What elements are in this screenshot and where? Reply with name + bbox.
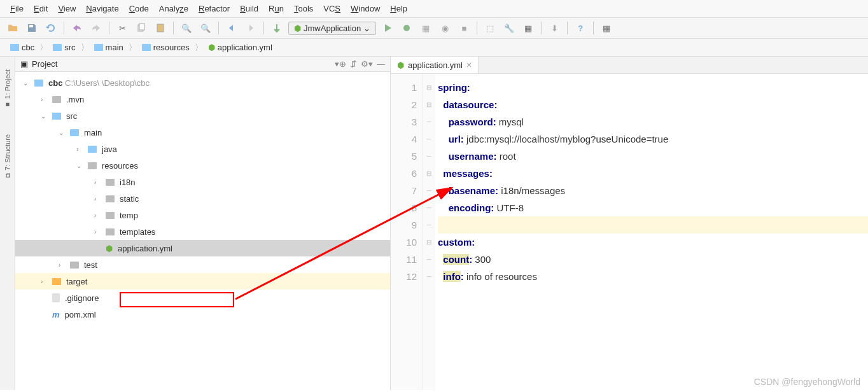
- toolbar: ✂ 🔍 🔍 ⬢ JmwApplication ⌄ ▦ ◉ ■ ⬚ 🔧 ▦ ⬇ ?…: [0, 18, 868, 39]
- tool-tab-structure[interactable]: ⧉7: Structure: [4, 134, 11, 178]
- tree-item-application-yml[interactable]: ⬢application.yml: [15, 240, 390, 256]
- hide-icon[interactable]: —: [377, 59, 385, 69]
- find-icon[interactable]: 🔍: [179, 20, 194, 36]
- tree-item-resources[interactable]: ⌄resources: [15, 157, 390, 174]
- replace-icon[interactable]: 🔍: [198, 20, 213, 36]
- menu-build[interactable]: Build: [236, 3, 262, 15]
- run-config-selector[interactable]: ⬢ JmwApplication ⌄: [288, 22, 376, 35]
- tree-item-pom-xml[interactable]: mpom.xml: [15, 306, 390, 323]
- forward-icon[interactable]: [243, 20, 258, 36]
- chevron-down-icon: ⌄: [363, 24, 370, 33]
- breadcrumb-item[interactable]: resources: [138, 41, 193, 53]
- tool-tab-project[interactable]: ■1: Project: [4, 69, 11, 109]
- close-tab-icon[interactable]: ×: [466, 60, 472, 70]
- tree-item-main[interactable]: ⌄main: [15, 124, 390, 141]
- editor-area: ⬢ application.yml × 123456789101112 ⊟⊟──…: [391, 57, 868, 390]
- tab-application-yml[interactable]: ⬢ application.yml ×: [391, 57, 479, 73]
- panel-title: Project: [32, 59, 57, 69]
- debug-icon[interactable]: [399, 20, 414, 36]
- menu-file[interactable]: File: [6, 3, 27, 15]
- gear-icon[interactable]: ⚙▾: [361, 59, 373, 69]
- locate-icon[interactable]: ⊕: [339, 59, 346, 69]
- menu-run[interactable]: Run: [265, 3, 288, 15]
- menu-tools[interactable]: Tools: [290, 3, 317, 15]
- project-panel: ▣ Project ▾ ⊕ ⇵ ⚙▾ — ⌄cbc C:\Users\ \Des…: [15, 57, 391, 390]
- menu-view[interactable]: View: [54, 3, 80, 15]
- redo-icon[interactable]: [88, 20, 104, 36]
- tab-label: application.yml: [408, 60, 463, 70]
- tree-item-cbc[interactable]: ⌄cbc C:\Users\ \Desktop\cbc: [15, 74, 390, 91]
- tree-item-target[interactable]: ›target: [15, 273, 390, 290]
- paste-icon[interactable]: [153, 20, 168, 36]
- tree-item-i18n[interactable]: ›i18n: [15, 174, 390, 190]
- breadcrumb-bar: cbc〉src〉main〉resources〉⬢application.yml: [0, 39, 868, 57]
- panel-dropdown-icon[interactable]: ▾: [335, 59, 339, 69]
- tree-item-test[interactable]: ›test: [15, 256, 390, 273]
- download-icon[interactable]: ⬇: [547, 20, 562, 36]
- collapse-icon[interactable]: ⇵: [350, 59, 357, 69]
- svg-rect-0: [29, 25, 33, 27]
- tree-item--gitignore[interactable]: .gitignore: [15, 290, 390, 306]
- menu-bar: File Edit View Navigate Code Analyze Ref…: [0, 0, 868, 18]
- menu-help[interactable]: Help: [386, 3, 411, 15]
- svg-rect-3: [157, 24, 164, 32]
- save-icon[interactable]: [24, 20, 39, 36]
- svg-rect-2: [139, 24, 144, 30]
- open-icon[interactable]: [5, 20, 20, 36]
- project-tree[interactable]: ⌄cbc C:\Users\ \Desktop\cbc›.mvn⌄src⌄mai…: [15, 72, 390, 390]
- help-icon[interactable]: ?: [573, 20, 588, 36]
- menu-analyze[interactable]: Analyze: [155, 3, 192, 15]
- run-icon[interactable]: [380, 20, 395, 36]
- menu-vcs[interactable]: VCS: [319, 3, 344, 15]
- breadcrumb-item[interactable]: main: [90, 41, 127, 53]
- refresh-icon[interactable]: [43, 20, 59, 36]
- line-gutter: 123456789101112: [391, 74, 423, 390]
- breadcrumb-item[interactable]: src: [49, 41, 79, 53]
- svg-point-4: [403, 25, 410, 31]
- watermark: CSDN @fengyehongWorld: [754, 377, 860, 387]
- breadcrumb-item[interactable]: ⬢application.yml: [204, 41, 276, 53]
- tool-stripe-left: ■1: Project ⧉7: Structure: [0, 57, 15, 390]
- run-config-label: JmwApplication: [304, 24, 361, 33]
- tree-item-src[interactable]: ⌄src: [15, 108, 390, 124]
- copy-icon[interactable]: [134, 20, 149, 36]
- tree-item-java[interactable]: ›java: [15, 141, 390, 157]
- code-editor[interactable]: 123456789101112 ⊟⊟───⊟───⊟── spring: dat…: [391, 74, 868, 390]
- project-icon: ▣: [20, 59, 28, 69]
- menu-edit[interactable]: Edit: [30, 3, 52, 15]
- menu-navigate[interactable]: Navigate: [82, 3, 122, 15]
- project-panel-header: ▣ Project ▾ ⊕ ⇵ ⚙▾ —: [15, 57, 390, 72]
- cpu-icon[interactable]: ▦: [599, 20, 614, 36]
- tree-item-temp[interactable]: ›temp: [15, 207, 390, 223]
- build-icon[interactable]: [269, 20, 284, 36]
- fold-column: ⊟⊟───⊟───⊟──: [423, 74, 435, 390]
- cut-icon[interactable]: ✂: [115, 20, 130, 36]
- menu-window[interactable]: Window: [347, 3, 384, 15]
- undo-icon[interactable]: [69, 20, 85, 36]
- profile-icon[interactable]: ◉: [437, 20, 452, 36]
- stop-icon[interactable]: ■: [456, 20, 472, 36]
- tree-item-templates[interactable]: ›templates: [15, 223, 390, 240]
- breadcrumb-item[interactable]: cbc: [6, 41, 38, 53]
- menu-refactor[interactable]: Refactor: [195, 3, 234, 15]
- spring-file-icon: ⬢: [397, 60, 404, 70]
- back-icon[interactable]: [224, 20, 239, 36]
- structure-icon[interactable]: ▦: [521, 20, 536, 36]
- spring-icon: ⬢: [294, 24, 301, 33]
- tree-item-static[interactable]: ›static: [15, 190, 390, 207]
- code-content[interactable]: spring: datasource: password: mysql url:…: [435, 74, 868, 390]
- tree-item--mvn[interactable]: ›.mvn: [15, 91, 390, 108]
- menu-code[interactable]: Code: [125, 3, 153, 15]
- coverage-icon[interactable]: ▦: [418, 20, 433, 36]
- tools-icon[interactable]: 🔧: [501, 20, 517, 36]
- attach-icon[interactable]: ⬚: [482, 20, 498, 36]
- editor-tab-bar: ⬢ application.yml ×: [391, 57, 868, 74]
